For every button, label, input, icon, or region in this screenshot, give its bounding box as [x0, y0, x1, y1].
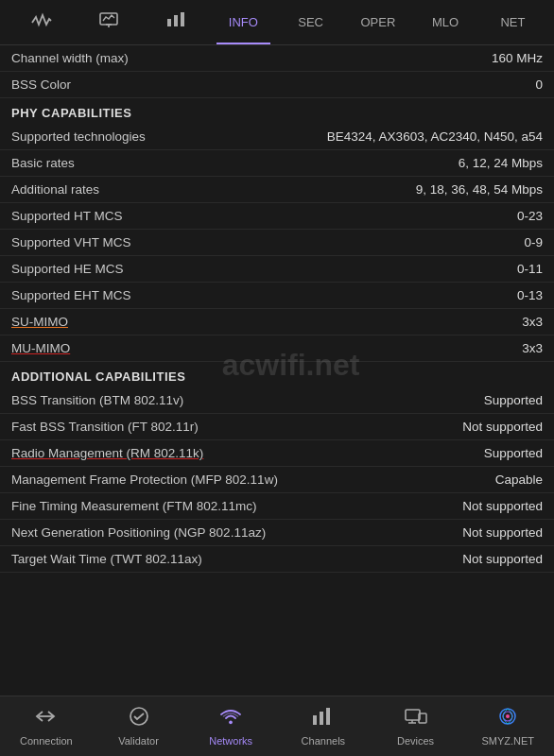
bottom-nav-channels[interactable]: Channels	[277, 696, 370, 756]
tab-info[interactable]: INFO	[210, 0, 277, 44]
bss-color-value: 0	[71, 77, 543, 92]
smyznet-icon	[494, 706, 521, 732]
monitor-icon	[98, 11, 119, 33]
tab-mlo[interactable]: MLO	[412, 0, 479, 44]
svg-rect-11	[406, 710, 420, 720]
row-supported-tech: Supported technologies BE4324, AX3603, A…	[0, 124, 554, 150]
fast-bss-value: Not supported	[199, 420, 543, 434]
additional-rates-label: Additional rates	[11, 182, 99, 197]
additional-capabilities-header: ADDITIONAL CAPABILITIES	[0, 362, 554, 387]
svg-rect-4	[174, 15, 178, 26]
svg-rect-5	[181, 12, 184, 26]
tab-wave[interactable]	[8, 0, 75, 44]
tab-info-label: INFO	[229, 15, 258, 29]
su-mimo-value: 3x3	[68, 315, 543, 329]
row-he-mcs: Supported HE MCS 0-11	[0, 256, 554, 283]
row-mfp: Management Frame Protection (MFP 802.11w…	[0, 467, 554, 493]
eht-mcs-label: Supported EHT MCS	[11, 288, 131, 302]
bottom-nav-devices[interactable]: Devices	[370, 696, 462, 756]
svg-rect-9	[320, 712, 323, 725]
row-bss-color: BSS Color 0	[0, 72, 554, 98]
row-channel-width: Channel width (max) 160 MHz	[0, 45, 554, 72]
additional-rates-value: 9, 18, 36, 48, 54 Mbps	[99, 182, 543, 197]
supported-tech-value: BE4324, AX3603, AC2340, N450, a54	[146, 129, 543, 144]
svg-point-7	[229, 721, 233, 725]
row-vht-mcs: Supported VHT MCS 0-9	[0, 230, 554, 256]
mfp-value: Capable	[278, 472, 543, 487]
row-radio-mgmt: Radio Management (RM 802.11k) Supported	[0, 440, 554, 467]
devices-icon	[404, 706, 428, 732]
ngp-label: Next Generation Positioning (NGP 802.11a…	[11, 525, 266, 540]
networks-label: Networks	[209, 735, 252, 747]
ngp-value: Not supported	[266, 525, 543, 540]
channels-label: Channels	[302, 735, 345, 747]
svg-rect-3	[167, 19, 171, 26]
smyznet-label: SMYZ.NET	[481, 735, 534, 747]
tab-net[interactable]: NET	[479, 0, 546, 44]
he-mcs-value: 0-11	[124, 262, 543, 276]
tab-sec[interactable]: SEC	[277, 0, 344, 44]
row-additional-rates: Additional rates 9, 18, 36, 48, 54 Mbps	[0, 177, 554, 203]
mu-mimo-value: 3x3	[70, 341, 543, 355]
devices-label: Devices	[397, 735, 434, 747]
basic-rates-label: Basic rates	[11, 156, 75, 170]
row-fast-bss: Fast BSS Transition (FT 802.11r) Not sup…	[0, 414, 554, 440]
ftm-label: Fine Timing Measurement (FTM 802.11mc)	[11, 499, 257, 513]
bss-transition-value: Supported	[183, 393, 543, 407]
row-ftm: Fine Timing Measurement (FTM 802.11mc) N…	[0, 493, 554, 520]
svg-rect-10	[326, 708, 330, 725]
twt-value: Not supported	[202, 552, 543, 566]
tab-oper-label: OPER	[360, 15, 395, 29]
bars-icon	[165, 11, 186, 33]
svg-point-17	[506, 714, 510, 718]
bottom-nav-smyznet[interactable]: SMYZ.NET	[461, 696, 554, 756]
ht-mcs-value: 0-23	[123, 209, 543, 223]
vht-mcs-value: 0-9	[131, 235, 543, 249]
wave-icon	[31, 11, 52, 33]
bss-color-label: BSS Color	[11, 77, 71, 92]
row-basic-rates: Basic rates 6, 12, 24 Mbps	[0, 150, 554, 177]
channel-width-value: 160 MHz	[129, 51, 543, 65]
vht-mcs-label: Supported VHT MCS	[11, 235, 131, 249]
he-mcs-label: Supported HE MCS	[11, 262, 124, 276]
radio-mgmt-label: Radio Management (RM 802.11k)	[11, 446, 203, 460]
tab-sec-label: SEC	[298, 15, 323, 29]
bottom-nav-connection[interactable]: Connection	[0, 696, 93, 756]
su-mimo-label: SU-MIMO	[11, 315, 68, 329]
tab-oper[interactable]: OPER	[344, 0, 411, 44]
phy-capabilities-header: PHY CAPABILITIES	[0, 98, 554, 124]
row-bss-transition: BSS Transition (BTM 802.11v) Supported	[0, 387, 554, 414]
eht-mcs-value: 0-13	[131, 288, 543, 302]
svg-point-6	[130, 708, 147, 725]
tab-net-label: NET	[500, 15, 525, 29]
ht-mcs-label: Supported HT MCS	[11, 209, 123, 223]
top-navigation: INFO SEC OPER MLO NET	[0, 0, 554, 45]
channel-width-label: Channel width (max)	[11, 51, 129, 65]
mfp-label: Management Frame Protection (MFP 802.11w…	[11, 472, 278, 487]
radio-mgmt-value: Supported	[203, 446, 543, 460]
row-ngp: Next Generation Positioning (NGP 802.11a…	[0, 520, 554, 546]
tab-bars[interactable]	[143, 0, 210, 44]
svg-rect-8	[313, 715, 317, 725]
row-su-mimo: SU-MIMO 3x3	[0, 309, 554, 335]
fast-bss-label: Fast BSS Transition (FT 802.11r)	[11, 420, 199, 434]
validator-icon	[127, 706, 151, 732]
supported-tech-label: Supported technologies	[11, 129, 146, 144]
networks-icon	[217, 706, 244, 732]
connection-label: Connection	[20, 735, 73, 747]
validator-label: Validator	[118, 735, 159, 747]
ftm-value: Not supported	[257, 499, 543, 513]
twt-label: Target Wait Time (TWT 802.11ax)	[11, 552, 202, 566]
basic-rates-value: 6, 12, 24 Mbps	[75, 156, 543, 170]
bottom-navigation: Connection Validator Networks	[0, 696, 554, 756]
bottom-nav-networks[interactable]: Networks	[184, 696, 277, 756]
bss-transition-label: BSS Transition (BTM 802.11v)	[11, 393, 183, 407]
row-twt: Target Wait Time (TWT 802.11ax) Not supp…	[0, 546, 554, 573]
tab-monitor[interactable]	[75, 0, 142, 44]
mu-mimo-label: MU-MIMO	[11, 341, 70, 355]
tab-mlo-label: MLO	[432, 15, 459, 29]
row-ht-mcs: Supported HT MCS 0-23	[0, 203, 554, 230]
connection-icon	[34, 706, 59, 732]
main-content: acwifi.net Channel width (max) 160 MHz B…	[0, 45, 554, 696]
bottom-nav-validator[interactable]: Validator	[93, 696, 185, 756]
